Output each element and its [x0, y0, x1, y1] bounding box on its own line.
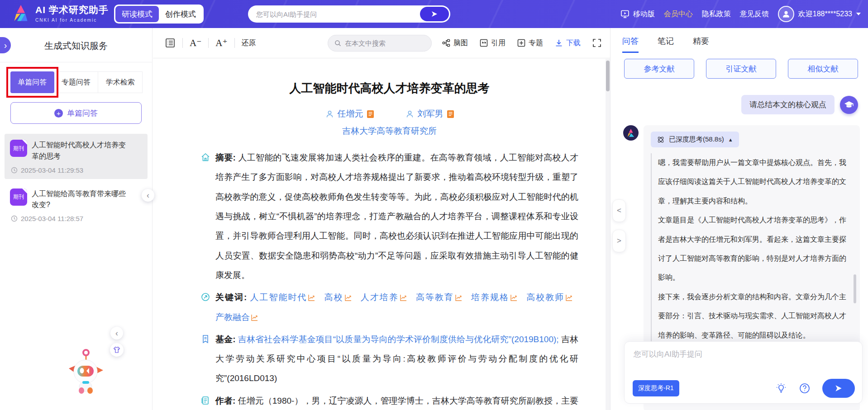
- chat-input[interactable]: [634, 349, 824, 375]
- person-icon: [405, 110, 414, 118]
- history-item[interactable]: 期刊 人工智能时代高校人才培养变革的思考 2025-03-04 11:29:53: [5, 134, 148, 179]
- header-send-button[interactable]: [420, 7, 449, 21]
- left-sidebar: › 生成式知识服务 单篇问答 专题问答 学术检索 + 单篇问答 期刊 人工智能时…: [0, 28, 153, 410]
- sidebar-collapse-button[interactable]: ‹: [142, 189, 154, 202]
- paper-authors: 任增元 刘军男: [200, 108, 578, 120]
- divider: [234, 38, 235, 48]
- caret-down-icon: [856, 13, 861, 15]
- quote-icon: [479, 38, 488, 47]
- tab-academic-search[interactable]: 学术检索: [98, 71, 143, 93]
- brand-title: AI 学术研究助手: [35, 4, 109, 16]
- in-document-search-input[interactable]: [345, 39, 417, 47]
- divider: [182, 38, 183, 48]
- trend-chart-icon[interactable]: [455, 294, 463, 302]
- author-note-text: 任增元（1980-），男，辽宁凌源人，管理学博士，吉林大学高等教育研究所副教授，…: [215, 396, 587, 410]
- trend-chart-icon[interactable]: [251, 314, 258, 321]
- mode-toggle: 研读模式 创作模式: [114, 5, 204, 24]
- chat-input-card: 深度思考-R1: [624, 341, 863, 404]
- literature-buttons: 参考文献 引证文献 相似文献: [624, 59, 858, 79]
- outline-icon[interactable]: [165, 38, 176, 48]
- document-lines-icon: [200, 396, 210, 405]
- home-icon: [200, 152, 210, 162]
- tab-single-paper-qa[interactable]: 单篇问答: [10, 71, 54, 93]
- font-increase-button[interactable]: A⁺: [215, 38, 227, 49]
- journal-badge-icon: 期刊: [10, 140, 27, 157]
- header-ask-bar: [248, 5, 450, 23]
- download-button[interactable]: 下载: [554, 38, 581, 48]
- abstract-label: 摘要:: [215, 153, 236, 162]
- panel-resize-up-handle[interactable]: <: [612, 199, 626, 222]
- document-area: A⁻ A⁺ 还原 脑图: [153, 28, 610, 410]
- ai-avatar: [623, 125, 639, 141]
- new-single-paper-qa-button[interactable]: + 单篇问答: [10, 102, 142, 124]
- welcome-text: 欢迎188****5233: [798, 9, 852, 19]
- similar-literature-button[interactable]: 相似文献: [788, 59, 858, 79]
- atom-icon: [657, 136, 665, 144]
- plus-icon: +: [54, 109, 63, 118]
- tab-notes[interactable]: 笔记: [658, 36, 674, 53]
- brand-logo[interactable]: AI 学术研究助手 CNKI AI for Academic: [12, 4, 109, 23]
- panel-scrollbar-thumb[interactable]: [854, 274, 856, 303]
- header-ask-input[interactable]: [256, 5, 415, 23]
- top-nav: 移动版 会员中心 隐私政策 意见反馈 欢迎188****5233: [620, 0, 861, 28]
- mindmap-button[interactable]: 脑图: [442, 38, 468, 48]
- help-icon[interactable]: [799, 382, 811, 394]
- author-note-section: 作者: 任增元（1980-），男，辽宁凌源人，管理学博士，吉林大学高等教育研究所…: [200, 391, 578, 410]
- tab-qa[interactable]: 问答: [622, 36, 639, 53]
- trend-chart-icon[interactable]: [308, 294, 315, 302]
- trend-chart-icon[interactable]: [565, 294, 573, 302]
- history-item[interactable]: 期刊 人工智能给高等教育带来哪些改变? 2025-03-04 11:28:57: [5, 183, 148, 228]
- trend-chart-icon[interactable]: [400, 294, 407, 302]
- author-link[interactable]: 任增元: [325, 108, 374, 120]
- nav-member-center[interactable]: 会员中心: [664, 9, 693, 19]
- tab-digest[interactable]: 精要: [693, 36, 709, 53]
- mascot-outfit-button[interactable]: [110, 343, 124, 357]
- document-scrollbar[interactable]: [606, 59, 610, 410]
- nav-feedback[interactable]: 意见反馈: [740, 9, 769, 19]
- tab-topic-qa[interactable]: 专题问答: [54, 71, 99, 93]
- mascot-collapse-button[interactable]: ‹: [110, 327, 123, 339]
- deep-thought-toggle[interactable]: 已深度思考(58.8s) ▲: [651, 132, 739, 147]
- nav-privacy-policy[interactable]: 隐私政策: [702, 9, 731, 19]
- user-menu[interactable]: 欢迎188****5233: [778, 6, 861, 22]
- mascot-robot[interactable]: [63, 347, 107, 396]
- deep-think-r1-button[interactable]: 深度思考-R1: [633, 380, 679, 396]
- trend-chart-icon[interactable]: [344, 294, 352, 302]
- reset-zoom-button[interactable]: 还原: [242, 38, 256, 48]
- fullscreen-icon[interactable]: [592, 38, 602, 48]
- monitor-play-icon: [620, 9, 630, 19]
- compass-icon: [200, 292, 210, 302]
- font-decrease-button[interactable]: A⁻: [190, 38, 201, 49]
- scrollbar-thumb[interactable]: [606, 61, 610, 91]
- trend-chart-icon[interactable]: [510, 294, 518, 302]
- author-doc-badge-icon: [367, 110, 374, 118]
- clock-icon: [11, 215, 18, 222]
- mode-read-button[interactable]: 研读模式: [115, 6, 159, 22]
- keyword-link[interactable]: 产教融合: [215, 312, 250, 322]
- mode-create-button[interactable]: 创作模式: [159, 6, 202, 22]
- keyword-link[interactable]: 培养规格: [471, 292, 509, 302]
- references-button[interactable]: 参考文献: [624, 59, 694, 79]
- keyword-link[interactable]: 高校: [324, 292, 343, 302]
- keyword-link[interactable]: 人才培养: [361, 292, 399, 302]
- document-toolbar: A⁻ A⁺ 还原 脑图: [153, 28, 610, 58]
- keywords-section: 关键词: 人工智能时代 高校 人才培养 高等教育 培养规格 高校教师 产教融合: [200, 287, 578, 327]
- mindmap-icon: [442, 38, 451, 47]
- citations-button[interactable]: 引证文献: [706, 59, 776, 79]
- chat-send-button[interactable]: [822, 379, 855, 398]
- cite-button[interactable]: 引用: [479, 38, 506, 48]
- collapse-arrow-icon: ▲: [728, 137, 733, 142]
- fund-link[interactable]: 吉林省社会科学基金项目“以质量为导向的学术评价制度供给与优化研究”(2019B1…: [238, 335, 559, 344]
- affiliation-link[interactable]: 吉林大学高等教育研究所: [200, 125, 578, 137]
- keyword-link[interactable]: 高校教师: [526, 292, 564, 302]
- panel-resize-down-handle[interactable]: >: [612, 230, 626, 252]
- cnki-triangle-logo-icon: [12, 4, 30, 22]
- search-icon: [334, 40, 341, 47]
- nav-mobile[interactable]: 移动版: [620, 9, 655, 19]
- keyword-link[interactable]: 高等教育: [416, 292, 454, 302]
- lightbulb-icon[interactable]: [775, 382, 787, 394]
- journal-badge-icon: 期刊: [10, 189, 27, 206]
- author-link[interactable]: 刘军男: [405, 108, 454, 120]
- keyword-link[interactable]: 人工智能时代: [250, 292, 307, 302]
- add-topic-button[interactable]: 专题: [517, 38, 543, 48]
